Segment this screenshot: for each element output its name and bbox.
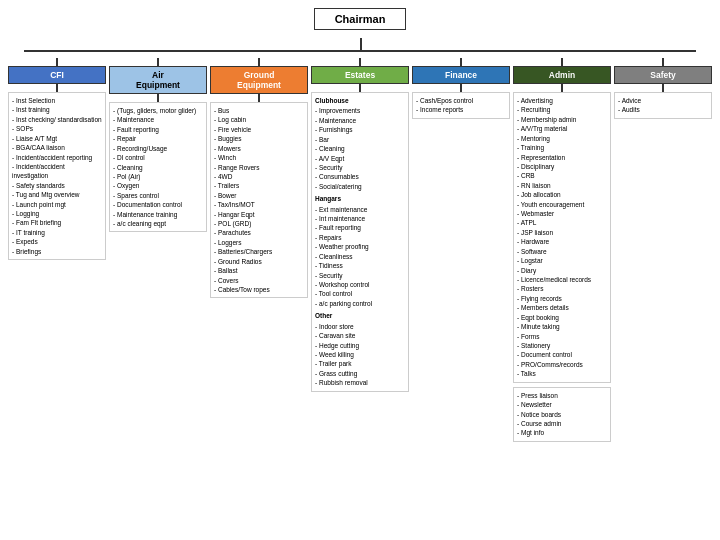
list-item: Hangar Eqpt <box>214 210 304 219</box>
list-item: Recording/Usage <box>113 144 203 153</box>
list-item: Membership admin <box>517 115 607 124</box>
list-item: Webmaster <box>517 209 607 218</box>
list-item: (Tugs, gliders, motor glider) <box>113 106 203 115</box>
list-item: Fault reporting <box>315 223 405 232</box>
list-item: Hardware <box>517 237 607 246</box>
list-item: Forms <box>517 332 607 341</box>
list-item: Covers <box>214 276 304 285</box>
list-item: Winch <box>214 153 304 162</box>
dept-col-air-equipment: AirEquipment (Tugs, gliders, motor glide… <box>109 58 207 442</box>
dept-col-estates: Estates Clubhouse Improvements Maintenan… <box>311 58 409 442</box>
list-item: BGA/CAA liaison <box>12 143 102 152</box>
list-item: Parachutes <box>214 228 304 237</box>
dept-connector-ground <box>258 58 260 66</box>
list-item: Logging <box>12 209 102 218</box>
list-item: Mentoring <box>517 134 607 143</box>
list-item: Incident/accident investigation <box>12 162 102 181</box>
sub-connector-admin <box>561 84 563 92</box>
dept-col-ground-equipment: GroundEquipment Bus Log cabin Fire vehic… <box>210 58 308 442</box>
chairman-box: Chairman <box>314 8 407 30</box>
list-item: A/V Eqpt <box>315 154 405 163</box>
list-item: Rosters <box>517 284 607 293</box>
sub-connector-cfi <box>56 84 58 92</box>
estates-other-label: Other <box>315 311 405 320</box>
dept-label-admin: Admin <box>513 66 611 84</box>
h-line-container <box>24 50 696 58</box>
list-item: Advice <box>618 96 708 105</box>
list-item: Weather proofing <box>315 242 405 251</box>
list-item: IT training <box>12 228 102 237</box>
list-item: Repairs <box>315 233 405 242</box>
sub-box-safety: Advice Audits <box>614 92 712 119</box>
dept-connector-estates <box>359 58 361 66</box>
list-item: Consumables <box>315 172 405 181</box>
list-item: Range Rovers <box>214 163 304 172</box>
list-item: Licence/medical records <box>517 275 607 284</box>
list-item: Maintenance <box>113 115 203 124</box>
list-item: ATPL <box>517 218 607 227</box>
list-item: Maintenance training <box>113 210 203 219</box>
list-item: Workshop control <box>315 280 405 289</box>
dept-label-ground-equipment: GroundEquipment <box>210 66 308 94</box>
list-item: Tug and Mtg overview <box>12 190 102 199</box>
list-item: Tidiness <box>315 261 405 270</box>
list-item: Hedge cutting <box>315 341 405 350</box>
list-item: Job allocation <box>517 190 607 199</box>
list-item: Batteries/Chargers <box>214 247 304 256</box>
list-item: Recruiting <box>517 105 607 114</box>
list-item: Disciplinary <box>517 162 607 171</box>
list-item: Notice boards <box>517 410 607 419</box>
list-item: Maintenance <box>315 116 405 125</box>
sub-box-finance: Cash/Epos control Income reports <box>412 92 510 119</box>
list-item: Ext maintenance <box>315 205 405 214</box>
list-item: POL (GRD) <box>214 219 304 228</box>
sub-box-air: (Tugs, gliders, motor glider) Maintenanc… <box>109 102 207 232</box>
dept-label-air-equipment: AirEquipment <box>109 66 207 94</box>
list-item: Oxygen <box>113 181 203 190</box>
list-item: SOPs <box>12 124 102 133</box>
sub-connector-estates <box>359 84 361 92</box>
sub-connector-finance <box>460 84 462 92</box>
list-item: DI control <box>113 153 203 162</box>
org-chart: Chairman CFI Inst Selection Inst trainin… <box>0 0 720 446</box>
list-item: Software <box>517 247 607 256</box>
list-item: Weed killing <box>315 350 405 359</box>
dept-connector-air <box>157 58 159 66</box>
list-item: Fam Flt briefing <box>12 218 102 227</box>
list-item: Advertising <box>517 96 607 105</box>
list-item: Newsletter <box>517 400 607 409</box>
list-item: Expeds <box>12 237 102 246</box>
dept-connector-finance <box>460 58 462 66</box>
list-item: Security <box>315 163 405 172</box>
list-item: CRB <box>517 171 607 180</box>
list-item: Improvements <box>315 106 405 115</box>
dept-col-admin: Admin Advertising Recruiting Membership … <box>513 58 611 442</box>
list-item: Incident/accident reporting <box>12 153 102 162</box>
list-item: A/V/Trg material <box>517 124 607 133</box>
list-item: Youth encouragement <box>517 200 607 209</box>
chairman-connector <box>4 38 716 50</box>
estates-hangars-label: Hangars <box>315 194 405 203</box>
list-item: Cables/Tow ropes <box>214 285 304 294</box>
list-item: Diary <box>517 266 607 275</box>
list-item: Bower <box>214 191 304 200</box>
list-item: Logstar <box>517 256 607 265</box>
list-item: Training <box>517 143 607 152</box>
list-item: Stationery <box>517 341 607 350</box>
dept-label-estates: Estates <box>311 66 409 84</box>
list-item: Inst checking/ standardisation <box>12 115 102 124</box>
sub-connector-safety <box>662 84 664 92</box>
list-item: 4WD <box>214 172 304 181</box>
dept-col-finance: Finance Cash/Epos control Income reports <box>412 58 510 442</box>
list-item: Bus <box>214 106 304 115</box>
list-item: Fault reporting <box>113 125 203 134</box>
list-item: Document control <box>517 350 607 359</box>
list-item: Minute taking <box>517 322 607 331</box>
list-item: a/c parking control <box>315 299 405 308</box>
dept-connector-cfi <box>56 58 58 66</box>
list-item: Mowers <box>214 144 304 153</box>
list-item: Bar <box>315 135 405 144</box>
list-item: Safety standards <box>12 181 102 190</box>
dept-col-cfi: CFI Inst Selection Inst training Inst ch… <box>8 58 106 442</box>
sub-box-admin-top: Advertising Recruiting Membership admin … <box>513 92 611 383</box>
